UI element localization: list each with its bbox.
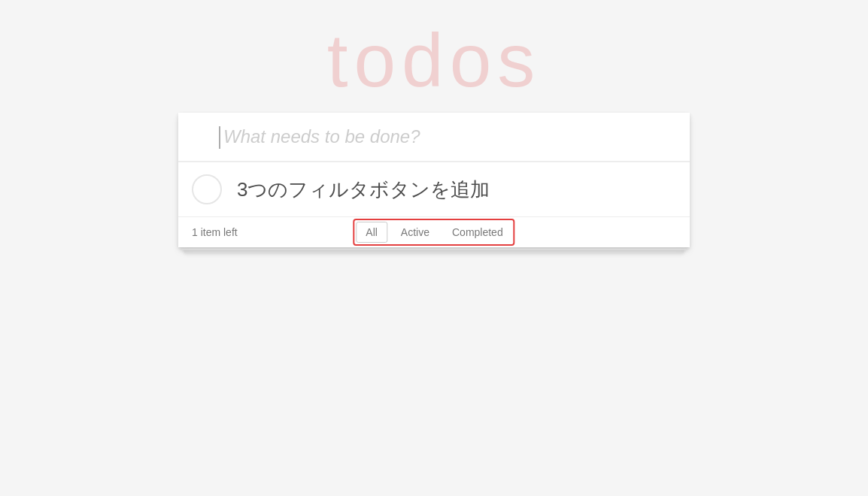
app-title: todos <box>327 23 542 98</box>
filter-all-button[interactable]: All <box>356 222 387 243</box>
text-cursor <box>219 126 220 149</box>
todo-item: 3つのフィルタボタンを追加 <box>178 162 690 217</box>
todo-footer: 1 item left All Active Completed Clear c… <box>178 217 690 247</box>
filter-active-button[interactable]: Active <box>392 222 439 243</box>
todo-app: 3つのフィルタボタンを追加 1 item left All Active Com… <box>178 113 690 247</box>
todo-list: 3つのフィルタボタンを追加 <box>178 162 690 217</box>
todo-item-text: 3つのフィルタボタンを追加 <box>237 177 676 203</box>
filter-buttons-group: All Active Completed <box>353 219 514 246</box>
new-todo-input[interactable] <box>178 113 690 162</box>
filter-completed-button[interactable]: Completed <box>443 222 512 243</box>
todo-checkbox[interactable] <box>192 174 222 204</box>
new-todo-wrapper <box>178 113 690 162</box>
